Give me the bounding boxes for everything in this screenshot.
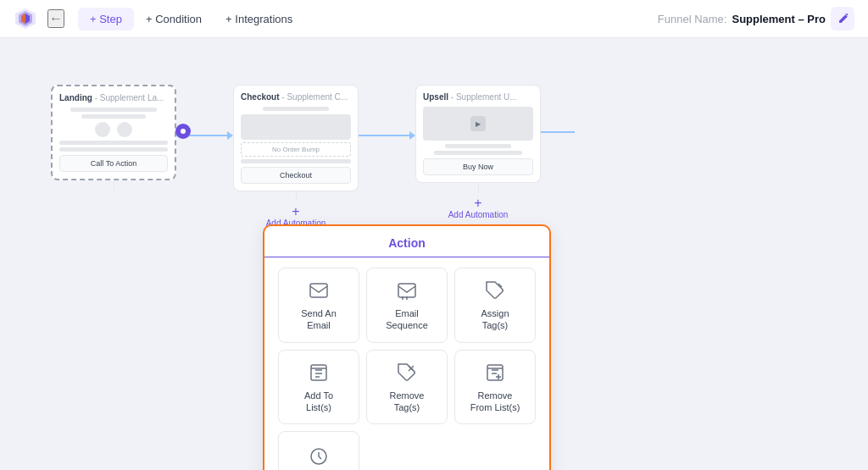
upsell-buy-now-button[interactable]: Buy Now [423, 158, 533, 175]
landing-step-card[interactable]: Landing - Supplement La... Call To Actio… [51, 85, 176, 180]
remove-from-list-icon [483, 361, 507, 384]
email-sequence-icon [395, 279, 419, 302]
add-to-list-icon [307, 361, 331, 384]
upsell-step-card[interactable]: Upsell - Supplement U... ▶ Buy Now [415, 85, 541, 183]
action-panel-header: Action [264, 226, 549, 257]
checkout-button[interactable]: Checkout [241, 167, 351, 184]
landing-step-title: Landing - Supplement La... [59, 93, 168, 102]
upsell-add-automation-label: Add Automation [448, 210, 509, 219]
svg-point-4 [181, 129, 186, 134]
action-item-remove-tag[interactable]: RemoveTag(s) [366, 350, 448, 425]
checkout-step-title: Checkout - Supplement C... [241, 92, 351, 102]
play-icon: ▶ [470, 116, 486, 131]
upsell-step-title: Upsell - Supplement U... [423, 92, 533, 102]
send-email-icon [307, 279, 331, 302]
remove-from-list-label: RemoveFrom List(s) [470, 390, 520, 414]
delay-icon [307, 445, 331, 468]
svg-rect-10 [311, 365, 326, 380]
send-email-label: Send AnEmail [301, 307, 337, 332]
pencil-icon [837, 14, 849, 25]
edit-funnel-name-button[interactable] [831, 7, 854, 30]
topnav: ← + Step + Condition + Integrations Funn… [0, 0, 868, 38]
app-logo-icon [14, 7, 37, 30]
assign-tags-icon [483, 279, 507, 302]
back-button[interactable]: ← [47, 9, 64, 28]
action-item-send-email[interactable]: Send AnEmail [278, 268, 359, 343]
email-sequence-label: EmailSequence [386, 307, 428, 332]
action-panel: Action Send AnEmail EmailSequence [263, 224, 551, 470]
landing-cta-button[interactable]: Call To Action [59, 155, 168, 172]
svg-rect-5 [310, 284, 327, 297]
funnel-name-value: Supplement – Pro [732, 13, 826, 25]
add-to-list-label: Add ToList(s) [304, 390, 333, 414]
action-item-add-to-list[interactable]: Add ToList(s) [278, 350, 359, 425]
upsell-add-automation[interactable]: + Add Automation [448, 196, 509, 219]
action-item-remove-from-list[interactable]: RemoveFrom List(s) [454, 350, 536, 425]
action-item-delay[interactable]: Delay [278, 431, 359, 470]
svg-rect-6 [398, 284, 415, 297]
condition-button[interactable]: + Condition [134, 8, 214, 30]
remove-tag-icon [395, 361, 419, 384]
action-panel-body: Send AnEmail EmailSequence AssignTag(s) [264, 257, 549, 470]
funnel-name-label: Funnel Name: [658, 13, 727, 25]
connector-dot-icon [180, 128, 186, 135]
assign-tags-label: AssignTag(s) [481, 307, 509, 332]
action-item-email-sequence[interactable]: EmailSequence [366, 268, 448, 343]
step-button[interactable]: + Step [78, 8, 134, 30]
checkout-step-card[interactable]: Checkout - Supplement C... No Order Bump… [233, 85, 359, 191]
remove-tag-label: RemoveTag(s) [390, 390, 425, 414]
action-items-grid: Send AnEmail EmailSequence AssignTag(s) [278, 268, 536, 470]
action-panel-title: Action [278, 236, 536, 250]
funnel-name: Funnel Name: Supplement – Pro [658, 7, 854, 30]
no-order-bump-label: No Order Bump [241, 142, 351, 157]
svg-rect-17 [487, 365, 503, 380]
funnel-canvas: Landing - Supplement La... Call To Actio… [0, 38, 868, 470]
integrations-button[interactable]: + Integrations [214, 8, 304, 30]
upsell-video-thumbnail: ▶ [423, 107, 533, 141]
action-item-assign-tags[interactable]: AssignTag(s) [454, 268, 536, 343]
